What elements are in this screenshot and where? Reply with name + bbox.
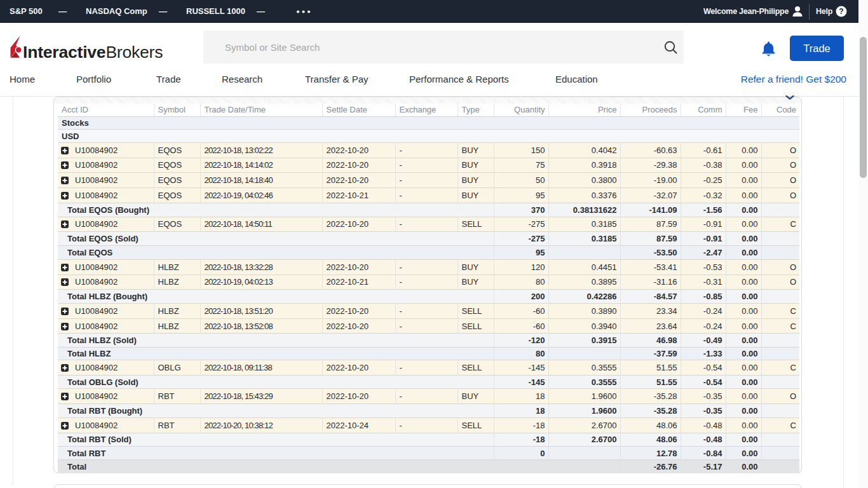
svg-text:?: ?: [839, 7, 843, 16]
